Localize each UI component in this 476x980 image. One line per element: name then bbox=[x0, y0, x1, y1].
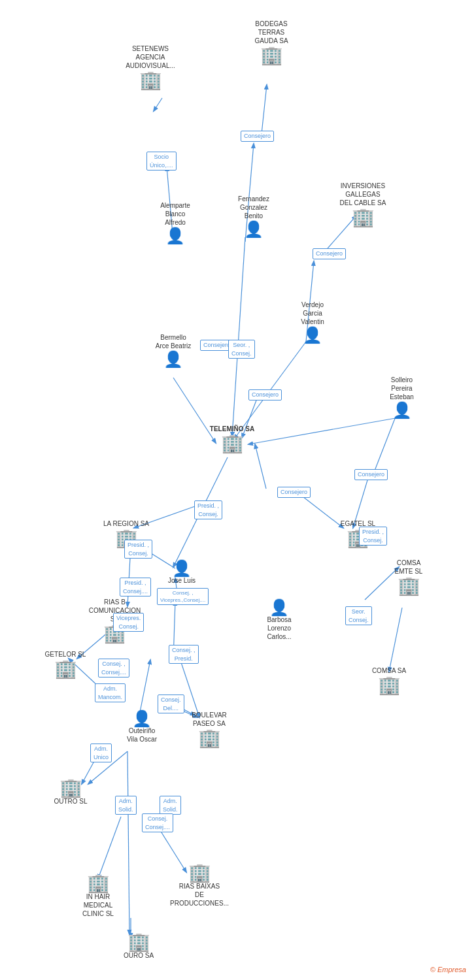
node-barbosa: 👤 Barbosa Lorenzo Carlos... bbox=[250, 600, 309, 642]
label-barbosa: Barbosa Lorenzo Carlos... bbox=[267, 615, 291, 641]
node-jose-luis: 👤 Jose Luis bbox=[156, 561, 208, 586]
icon-ouro: 🏢 bbox=[128, 933, 150, 951]
node-bermello: Bermello Arce Beatriz 👤 bbox=[144, 333, 203, 367]
svg-line-9 bbox=[248, 418, 396, 444]
label-jose-luis: Jose Luis bbox=[168, 576, 196, 585]
label-setenews: SETENEWS AGENCIA AUDIOVISUAL... bbox=[126, 44, 175, 70]
copyright: © Empresa bbox=[430, 966, 466, 973]
label-bodegas: BODEGAS TERRAS GAUDA SA bbox=[254, 20, 288, 45]
label-outeiriño: Outeiriño Vila Oscar bbox=[127, 727, 157, 743]
icon-getelor: 🏢 bbox=[54, 660, 77, 678]
icon-outeiriño: 👤 bbox=[132, 711, 152, 727]
label-ouro: OURO SA bbox=[124, 951, 154, 960]
node-comsa-sa: COMSA SA 🏢 bbox=[363, 666, 415, 694]
label-alemparte: Alemparte Blanco Alfredo bbox=[160, 201, 190, 227]
label-bermello: Bermello Arce Beatriz bbox=[156, 333, 191, 350]
icon-verdejo: 👤 bbox=[303, 327, 322, 343]
svg-line-12 bbox=[373, 417, 396, 476]
icon-comsa-emte: 🏢 bbox=[398, 577, 420, 595]
badge-consej-presid: Consej. ,Presid. bbox=[169, 645, 199, 664]
badge-consejero-2: Consejero bbox=[313, 248, 346, 259]
icon-outro: 🏢 bbox=[60, 779, 82, 797]
node-solleiro: Solleiro Pereira Esteban 👤 bbox=[374, 376, 430, 418]
icon-solleiro: 👤 bbox=[392, 402, 412, 418]
svg-line-7 bbox=[232, 237, 245, 436]
node-ouro: 🏢 OURO SA bbox=[112, 933, 165, 961]
icon-rias-baixas: 🏢 bbox=[188, 864, 211, 882]
badge-consejero-1: Consejero bbox=[241, 131, 274, 142]
badge-consej-consej-2: Consej.Consej.... bbox=[142, 813, 173, 832]
badge-adm-mancom: Adm.Mancom. bbox=[95, 683, 126, 702]
node-rias-baixas: 🏢 RIAS BAIXAS DE PRODUCCIONES... bbox=[167, 864, 232, 909]
label-in-hair: IN HAIR MEDICAL CLINIC SL bbox=[82, 892, 114, 918]
badge-consejero-5: Consejero bbox=[354, 469, 388, 480]
graph-container: BODEGAS TERRAS GAUDA SA 🏢 SETENEWS AGENC… bbox=[0, 0, 476, 980]
svg-line-2 bbox=[262, 85, 267, 134]
label-teleminosa: TELEMIÑO SA bbox=[210, 425, 254, 433]
label-getelor: GETELOR SL bbox=[45, 650, 86, 659]
node-bodegas: BODEGAS TERRAS GAUDA SA 🏢 bbox=[242, 20, 301, 65]
svg-line-30 bbox=[128, 751, 129, 934]
badge-presid-consej-3: Presid. ,Consej.... bbox=[120, 578, 151, 596]
icon-jose-luis: 👤 bbox=[172, 561, 192, 576]
node-teleminosa: TELEMIÑO SA 🏢 bbox=[199, 425, 265, 453]
icon-inversiones: 🏢 bbox=[352, 208, 375, 227]
node-alemparte: Alemparte Blanco Alfredo 👤 bbox=[149, 201, 201, 244]
node-outeiriño: 👤 Outeiriño Vila Oscar bbox=[112, 711, 171, 745]
node-setenews: SETENEWS AGENCIA AUDIOVISUAL... 🏢 bbox=[121, 44, 180, 90]
badge-consej-consej: Consej. ,Consej.... bbox=[98, 659, 129, 678]
badge-vicepres-consej: Vicepres.Consej. bbox=[113, 613, 144, 632]
badge-consej-vicepres: Consej. ,Vicepres.,Consej.... bbox=[157, 588, 209, 605]
connections-svg bbox=[0, 0, 476, 980]
label-solleiro: Solleiro Pereira Esteban bbox=[390, 376, 414, 401]
badge-presid-consej-1: Presid. ,Consej. bbox=[194, 500, 222, 519]
badge-presid-consej-egatel: Presid. ,Consej. bbox=[359, 527, 387, 546]
icon-alemparte: 👤 bbox=[165, 228, 185, 244]
badge-consej-del: Consej.Del.... bbox=[158, 694, 184, 713]
label-comsa-sa: COMSA SA bbox=[372, 666, 406, 675]
icon-in-hair: 🏢 bbox=[87, 874, 110, 892]
badge-consejero-6: Consejero bbox=[277, 487, 311, 498]
svg-line-0 bbox=[154, 98, 162, 111]
badge-adm-solid-1: Adm.Solid. bbox=[115, 796, 137, 815]
label-comsa-emte: COMSA EMTE SL bbox=[395, 559, 423, 576]
icon-fernandez: 👤 bbox=[244, 221, 264, 237]
label-fernandez: Fernandez Gonzalez Benito bbox=[238, 195, 269, 220]
svg-line-27 bbox=[98, 817, 121, 879]
icon-comsa-sa: 🏢 bbox=[378, 676, 401, 694]
badge-presid-consej-2: Presid. ,Consej. bbox=[124, 540, 152, 559]
badge-seor-consej-1: Seor. ,Consej. bbox=[228, 340, 255, 359]
node-verdejo: Verdejo Garcia Valentin 👤 bbox=[286, 301, 339, 343]
icon-setenews: 🏢 bbox=[139, 71, 162, 90]
node-outro: 🏢 OUTRO SL bbox=[44, 779, 97, 807]
icon-teleminosa: 🏢 bbox=[221, 434, 244, 453]
label-inversiones: INVERSIONES GALLEGAS DEL CABLE SA bbox=[340, 182, 386, 207]
icon-barbosa: 👤 bbox=[269, 600, 289, 615]
badge-socio-unico: SocioÚnico,.... bbox=[146, 152, 177, 171]
label-verdejo: Verdejo Garcia Valentin bbox=[301, 301, 324, 326]
icon-bodegas: 🏢 bbox=[260, 46, 283, 65]
badge-adm-unico: Adm.Unico bbox=[90, 743, 112, 762]
badge-consejero-4: Consejero bbox=[248, 389, 282, 400]
node-boulevar: BOULEVAR PASEO SA 🏢 bbox=[180, 711, 239, 747]
node-comsa-emte: COMSA EMTE SL 🏢 bbox=[382, 559, 435, 595]
node-in-hair: 🏢 IN HAIR MEDICAL CLINIC SL bbox=[69, 874, 128, 919]
badge-seor-consej-2: Seor.Consej. bbox=[345, 606, 372, 625]
svg-line-16 bbox=[389, 608, 402, 672]
badge-adm-solid-2: Adm.Solid. bbox=[160, 796, 181, 815]
label-boulevar: BOULEVAR PASEO SA bbox=[192, 711, 227, 728]
icon-bermello: 👤 bbox=[163, 351, 183, 367]
node-fernandez: Fernandez Gonzalez Benito 👤 bbox=[228, 195, 280, 237]
label-rias-baixas: RIAS BAIXAS DE PRODUCCIONES... bbox=[170, 882, 229, 907]
node-getelor: GETELOR SL 🏢 bbox=[39, 650, 92, 678]
label-la-region: LA REGION SA bbox=[103, 519, 149, 528]
node-inversiones: INVERSIONES GALLEGAS DEL CABLE SA 🏢 bbox=[327, 182, 399, 227]
icon-boulevar: 🏢 bbox=[198, 729, 221, 747]
label-outro: OUTRO SL bbox=[54, 797, 87, 806]
